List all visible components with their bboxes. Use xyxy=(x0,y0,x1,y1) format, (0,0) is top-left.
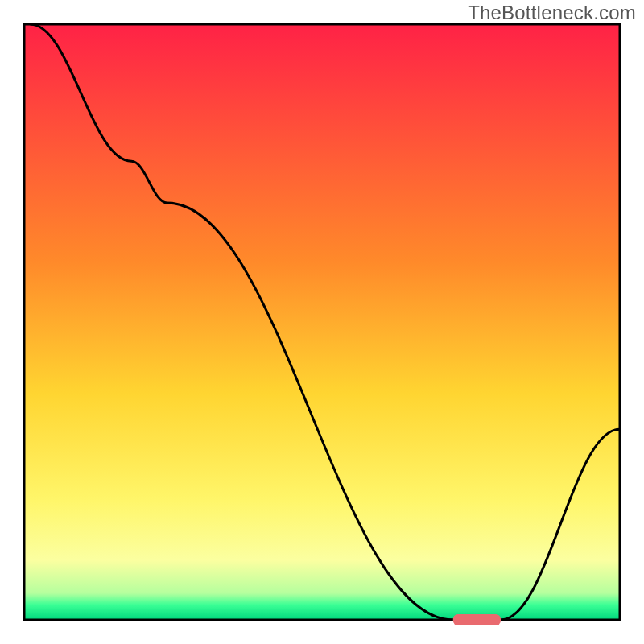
optimal-marker xyxy=(453,614,501,625)
watermark-text: TheBottleneck.com xyxy=(468,2,636,24)
plot-background xyxy=(24,24,620,620)
bottleneck-chart xyxy=(0,0,644,644)
